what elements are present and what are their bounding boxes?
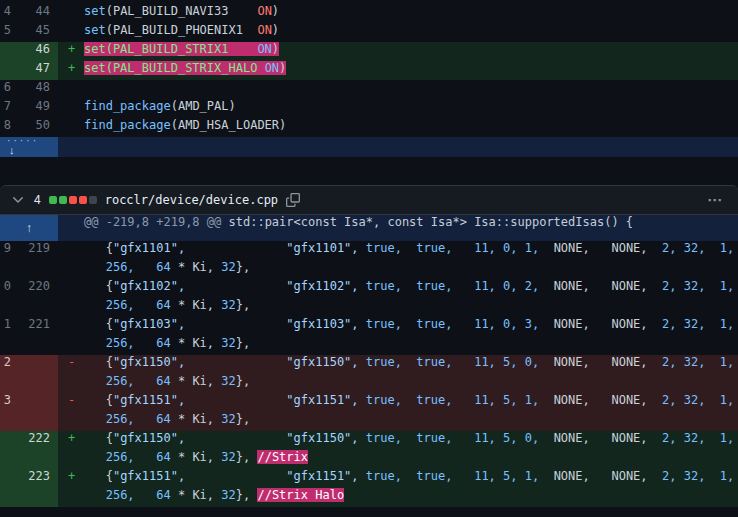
- diffstat[interactable]: [49, 196, 97, 204]
- line-number-old[interactable]: [0, 412, 14, 431]
- code-token: 2, 32, 1,: [648, 317, 735, 331]
- line-number-old[interactable]: 9: [0, 241, 14, 260]
- line-number-old[interactable]: [0, 260, 14, 279]
- line-number-old[interactable]: 6: [0, 80, 14, 99]
- expand-down-icon: ↓: [6, 145, 15, 156]
- code-token: [84, 374, 106, 388]
- file-path[interactable]: rocclr/device/device.cpp: [105, 193, 278, 207]
- line-number-new[interactable]: 50: [14, 118, 58, 137]
- line-number-new[interactable]: [14, 374, 58, 393]
- line-number-old[interactable]: [0, 488, 14, 507]
- line-number-old[interactable]: [0, 431, 14, 450]
- code-token: },: [236, 260, 250, 274]
- diff-marker: +: [58, 431, 84, 450]
- line-number-new[interactable]: [14, 298, 58, 317]
- line-number-new[interactable]: 222: [14, 431, 58, 450]
- line-number-new[interactable]: [14, 412, 58, 431]
- diff-marker: [58, 241, 84, 260]
- code-text: 256, 64 * Ki, 32},: [84, 374, 738, 393]
- line-number-new[interactable]: 221: [14, 317, 58, 336]
- code-token: 2, 32, 1,: [648, 241, 735, 255]
- code-token: 32: [221, 374, 235, 388]
- section-gap: [0, 157, 738, 185]
- code-token: [84, 488, 106, 502]
- code-token: true, true, 11, 5, 0,: [359, 355, 540, 369]
- diff-line: 0220 {"gfx1102", "gfx1102", true, true, …: [0, 279, 738, 298]
- line-number-new[interactable]: 219: [14, 241, 58, 260]
- code-token: * Ki,: [171, 260, 222, 274]
- diff-line: 9219 {"gfx1101", "gfx1101", true, true, …: [0, 241, 738, 260]
- line-number-old[interactable]: [0, 450, 14, 469]
- line-number-old[interactable]: 1: [0, 317, 14, 336]
- expand-up-icon: ↑: [26, 221, 32, 236]
- line-number-old[interactable]: [0, 298, 14, 317]
- line-number-new[interactable]: 220: [14, 279, 58, 298]
- line-number-old[interactable]: [0, 61, 14, 80]
- code-token: },: [236, 488, 250, 502]
- code-token: 256, 64: [106, 450, 171, 464]
- code-token: "gfx1151",: [286, 469, 358, 483]
- line-number-new[interactable]: 45: [14, 23, 58, 42]
- code-text: 256, 64 * Ki, 32},: [84, 412, 738, 431]
- line-number-new[interactable]: [14, 450, 58, 469]
- code-token: [84, 298, 106, 312]
- copy-icon: [286, 193, 300, 207]
- diffstat-square-removed: [69, 196, 77, 204]
- line-number-old[interactable]: [0, 42, 14, 61]
- line-number-old[interactable]: 2: [0, 355, 14, 374]
- code-text: {"gfx1102", "gfx1102", true, true, 11, 0…: [84, 279, 738, 298]
- line-number-new[interactable]: 49: [14, 99, 58, 118]
- match-highlight: //Strix: [257, 450, 308, 464]
- kebab-menu-icon[interactable]: ⋯: [707, 193, 722, 208]
- diff-marker: [58, 260, 84, 279]
- line-number-new[interactable]: [14, 488, 58, 507]
- diff-line: 222+ {"gfx1150", "gfx1150", true, true, …: [0, 431, 738, 450]
- code-text: 256, 64 * Ki, 32},: [84, 336, 738, 355]
- line-number-new[interactable]: [14, 355, 58, 374]
- code-token: "gfx1150",: [286, 431, 358, 445]
- line-number-old[interactable]: 4: [0, 4, 14, 23]
- line-number-old[interactable]: 8: [0, 118, 14, 137]
- match-highlight: set(PAL_BUILD_STRIX_HALO: [84, 61, 265, 75]
- line-number-new[interactable]: 47: [14, 61, 58, 80]
- expand-down-button[interactable]: ····· ↓: [0, 137, 58, 157]
- code-token: find_package: [84, 99, 171, 113]
- line-number-new[interactable]: 48: [14, 80, 58, 99]
- diff-marker: +: [58, 61, 84, 80]
- copy-path-button[interactable]: [286, 193, 300, 207]
- diff-line: 850find_package(AMD_HSA_LOADER): [0, 118, 738, 137]
- line-number-old[interactable]: [0, 469, 14, 488]
- line-number-new[interactable]: 46: [14, 42, 58, 61]
- diff-line: 2- {"gfx1150", "gfx1150", true, true, 11…: [0, 355, 738, 374]
- diff-line: 444set(PAL_BUILD_NAVI33 ON): [0, 4, 738, 23]
- expand-up-button[interactable]: ↑: [0, 215, 58, 241]
- code-token: [185, 393, 286, 407]
- line-number-new[interactable]: 223: [14, 469, 58, 488]
- code-token: [185, 431, 286, 445]
- line-number-old[interactable]: [0, 374, 14, 393]
- line-number-new[interactable]: [14, 393, 58, 412]
- match-highlight: ): [279, 61, 286, 75]
- diff-line: 545set(PAL_BUILD_PHOENIX1 ON): [0, 23, 738, 42]
- diffstat-square-added: [59, 196, 67, 204]
- line-number-old[interactable]: 5: [0, 23, 14, 42]
- diff-marker: -: [58, 355, 84, 374]
- code-text: {"gfx1150", "gfx1150", true, true, 11, 5…: [84, 355, 738, 374]
- code-token: },: [236, 450, 250, 464]
- diffstat-square-neutral: [89, 196, 97, 204]
- line-number-old[interactable]: 7: [0, 99, 14, 118]
- code-text: {"gfx1151", "gfx1151", true, true, 11, 5…: [84, 393, 738, 412]
- code-token: {: [84, 355, 113, 369]
- line-number-new[interactable]: [14, 260, 58, 279]
- line-number-old[interactable]: 3: [0, 393, 14, 412]
- diff-marker: [58, 279, 84, 298]
- line-number-old[interactable]: 0: [0, 279, 14, 298]
- chevron-down-icon[interactable]: [10, 192, 26, 208]
- code-token: {: [84, 393, 113, 407]
- line-number-new[interactable]: 44: [14, 4, 58, 23]
- diff-marker: [58, 412, 84, 431]
- line-number-old[interactable]: [0, 336, 14, 355]
- code-token: [185, 279, 286, 293]
- diff-marker: [58, 298, 84, 317]
- line-number-new[interactable]: [14, 336, 58, 355]
